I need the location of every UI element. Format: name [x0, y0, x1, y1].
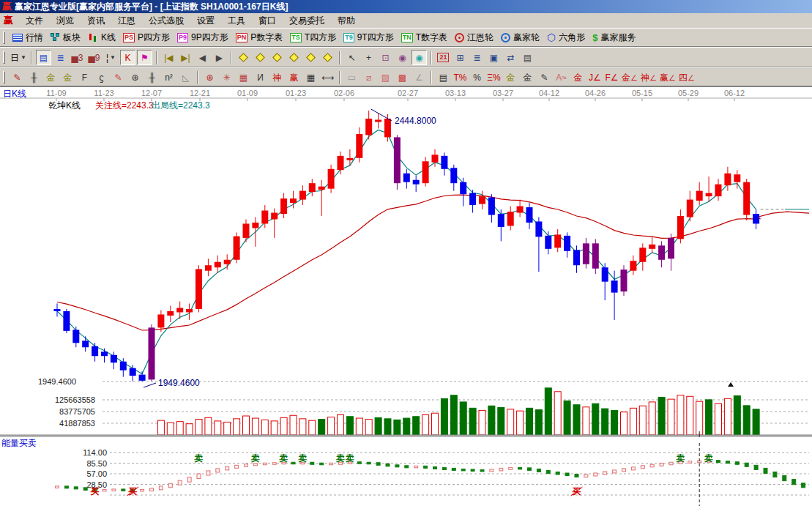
t-percent-icon[interactable]: T% — [452, 70, 468, 85]
pen-icon[interactable]: ✎ — [10, 70, 25, 85]
toolbar-hexagon-button[interactable]: ⬡六角形 — [543, 30, 589, 45]
gann-right-icon[interactable] — [253, 50, 268, 65]
notepad-icon[interactable]: ≣ — [469, 50, 485, 65]
hand-drag-icon[interactable]: ↖ — [344, 50, 360, 65]
time-ruler-icon[interactable]: ╫ — [144, 70, 160, 85]
crosshair-icon[interactable]: + — [361, 50, 376, 65]
toolbar-sectors-button[interactable]: 板块 — [47, 30, 84, 45]
spiral-icon[interactable]: ϛ — [94, 70, 109, 85]
period-day-icon[interactable]: 日▼ — [10, 50, 27, 65]
toolbar-9p-square-button[interactable]: P99P四方形 — [174, 30, 232, 45]
menu-item[interactable]: 工具 — [221, 13, 252, 29]
four-angle-icon[interactable]: 四∠ — [678, 70, 696, 85]
gold-angle-icon[interactable]: 金∠ — [621, 70, 638, 85]
stats-bars-icon[interactable]: ▤ — [436, 70, 451, 85]
save-icon[interactable]: ▣ — [486, 50, 502, 65]
shen-tool-icon[interactable]: 神 — [269, 70, 285, 85]
ma-slow-line — [57, 195, 756, 330]
win-tool-icon[interactable]: 赢 — [286, 70, 302, 85]
brush-icon[interactable]: ✎ — [111, 70, 126, 85]
wave-mark-icon[interactable]: И — [253, 70, 268, 85]
protractor-icon[interactable]: ◺ — [178, 70, 193, 85]
toolbar-grip[interactable] — [3, 51, 5, 64]
percent-icon[interactable]: % — [469, 70, 485, 85]
gann-box-icon[interactable]: ▩ — [395, 70, 410, 85]
box-tool-icon[interactable]: ▭ — [344, 70, 360, 85]
gold-circle-icon[interactable]: 金 — [503, 70, 518, 85]
gann-horizontal-icon[interactable] — [269, 50, 285, 65]
menu-item[interactable]: 资讯 — [81, 13, 111, 29]
bars-3-icon[interactable]: ▅3 — [70, 50, 85, 65]
gold-underline-icon[interactable]: 金 — [570, 70, 586, 85]
flag-marks-icon[interactable]: ⚑ — [137, 50, 152, 65]
square-n2-icon[interactable]: n² — [161, 70, 176, 85]
shen-angle-icon[interactable]: 神∠ — [640, 70, 658, 85]
print-icon[interactable]: ▤ — [520, 50, 535, 65]
measure-icon[interactable]: ⟷ — [320, 70, 335, 85]
gann-grid-icon[interactable] — [320, 50, 335, 65]
calculator-icon[interactable]: ⊞ — [452, 50, 468, 65]
title-bar[interactable]: 赢 赢家江恩专业版[赢家内部服务平台] - [上证指数 SH1A0001-167… — [0, 0, 812, 13]
menu-item[interactable]: 帮助 — [331, 13, 362, 29]
gann-brain-purple-icon[interactable]: ◉ — [395, 50, 410, 65]
volume-bar — [167, 423, 174, 435]
menu-item[interactable]: 交易委托 — [283, 13, 331, 29]
menu-item[interactable]: 窗口 — [252, 13, 283, 29]
calendar-21-icon[interactable]: 21 — [436, 50, 451, 65]
golden-section-icon[interactable]: 金 — [43, 70, 59, 85]
star-rays-icon[interactable]: ✳ — [219, 70, 234, 85]
go-first-icon[interactable]: |◀ — [161, 50, 176, 65]
gann-left-icon[interactable] — [236, 50, 251, 65]
percent-lines-icon[interactable]: Ξ% — [486, 70, 502, 85]
toolbar-winner-service-button[interactable]: $赢家服务 — [589, 30, 639, 45]
gann-clock-icon[interactable]: ⊕ — [127, 70, 143, 85]
zoom-select-icon[interactable]: ⊡ — [378, 50, 393, 65]
j-angle-icon[interactable]: J∠ — [587, 70, 603, 85]
step-forward-icon[interactable]: ▶ — [212, 50, 227, 65]
win-angle-icon[interactable]: 赢∠ — [659, 70, 677, 85]
step-back-icon[interactable]: ◀ — [195, 50, 210, 65]
export-icon[interactable]: ⇄ — [503, 50, 518, 65]
ruler-123-icon[interactable]: ▦ — [303, 70, 319, 85]
toolbar-quotes-button[interactable]: 行情 — [9, 30, 47, 45]
toolbar-gann-wheel-button[interactable]: 江恩轮 — [451, 30, 497, 45]
toolbar-p-square-button[interactable]: PSP四方形 — [119, 30, 174, 45]
gann-time-lines-icon[interactable]: ╫ — [26, 70, 42, 85]
golden-section-ext-icon[interactable]: 金 — [60, 70, 75, 85]
compass-icon[interactable]: ⊕ — [202, 70, 217, 85]
menu-item[interactable]: 设置 — [190, 13, 221, 29]
candle-width-icon[interactable]: ¦▼ — [103, 50, 119, 65]
toolbar-winner-wheel-button[interactable]: 赢家轮 — [497, 30, 543, 45]
qiankun-kline-icon[interactable]: K — [120, 50, 135, 65]
volume-bar — [157, 420, 164, 435]
menu-item[interactable]: 江恩 — [111, 13, 142, 29]
toolbar-p-number-table-button[interactable]: PNP数字表 — [232, 30, 287, 45]
chart-canvas[interactable]: 11-0911-2312-0712-2101-0901-2302-0602-27… — [0, 87, 812, 506]
toolbar-9t-square-button[interactable]: T99T四方形 — [340, 30, 398, 45]
wave-a-icon[interactable]: A≈ — [554, 70, 569, 85]
fibonacci-icon[interactable]: F — [77, 70, 92, 85]
toolbar-grip[interactable] — [3, 31, 5, 44]
f-angle-icon[interactable]: F∠ — [604, 70, 619, 85]
web-grid-icon[interactable]: ▦ — [236, 70, 251, 85]
fan-grid-icon[interactable]: ▨ — [378, 70, 393, 85]
overlay-chart-icon[interactable]: ▤ — [36, 50, 51, 65]
bars-9-icon[interactable]: ▅9 — [86, 50, 102, 65]
info-panel-icon[interactable]: ≣ — [53, 50, 68, 65]
gann-brain-cyan-icon[interactable]: ◉ — [411, 50, 427, 65]
angle-line-icon[interactable]: ∠ — [411, 70, 427, 85]
menu-item[interactable]: 浏览 — [50, 13, 81, 29]
go-last-icon[interactable]: ▶| — [178, 50, 193, 65]
gann-cross-icon[interactable] — [286, 50, 302, 65]
toolbar-t-number-table-button[interactable]: TNT数字表 — [398, 30, 451, 45]
chart-area[interactable]: 11-0911-2312-0712-2101-0901-2302-0602-27… — [0, 86, 812, 506]
ink-pen-icon[interactable]: ✎ — [537, 70, 552, 85]
toolbar-t-square-button[interactable]: TST四方形 — [286, 30, 340, 45]
gann-circle-icon[interactable] — [303, 50, 319, 65]
gold-lines-icon[interactable]: 金 — [520, 70, 535, 85]
toolbar-grip[interactable] — [3, 71, 5, 83]
gann-fan-icon[interactable]: ⧄ — [361, 70, 376, 85]
menu-item[interactable]: 公式选股 — [142, 13, 190, 29]
menu-item[interactable]: 文件 — [19, 13, 50, 29]
toolbar-kline-button[interactable]: K线 — [84, 30, 119, 45]
